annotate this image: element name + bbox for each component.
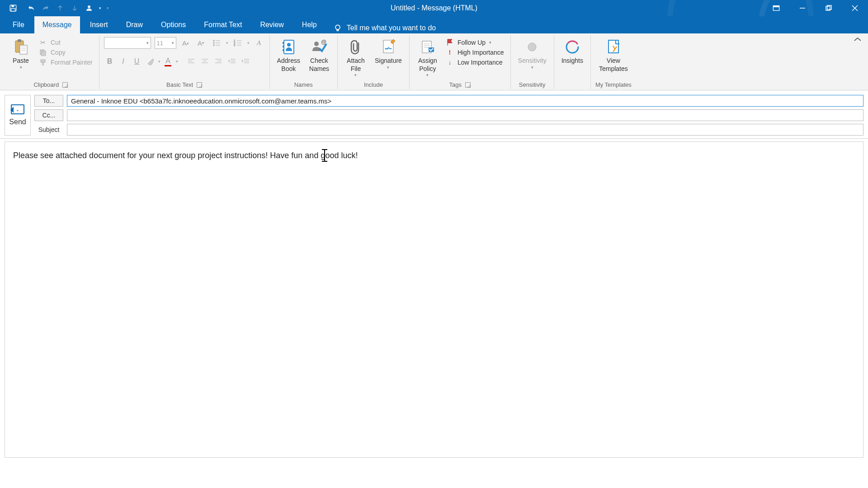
group-include: Attach File ▾ Signature ▾ Include [338,35,410,89]
svg-rect-14 [20,45,27,54]
collapse-ribbon-button[interactable] [854,37,863,43]
prev-item-button[interactable] [53,2,67,14]
lightbulb-icon [333,23,342,33]
bullets-button[interactable] [211,37,222,49]
qat-dropdown[interactable]: ▾ [97,2,103,14]
clear-formatting-button[interactable]: A [253,37,265,49]
svg-rect-51 [283,46,284,47]
insights-label: Insights [561,57,583,65]
font-color-button[interactable]: A [162,56,174,67]
group-tags-label: Tags [449,81,462,88]
svg-rect-20 [41,60,45,62]
quick-access-toolbar: ▾ ▾ [0,2,111,14]
bold-button[interactable]: B [104,56,116,67]
signature-icon [382,39,395,55]
paperclip-icon [350,39,362,55]
group-clipboard-label: Clipboard [33,81,59,88]
align-center-button[interactable] [199,56,211,67]
group-include-label: Include [364,81,383,88]
flag-icon [446,39,454,46]
group-basic-text-label: Basic Text [166,81,193,88]
signature-button[interactable]: Signature ▾ [372,37,405,72]
format-painter-icon [39,59,47,66]
grow-font-button[interactable]: A▴ [180,37,192,49]
minimize-button[interactable] [789,0,816,16]
maximize-button[interactable] [816,0,842,16]
clipboard-dialog-launcher[interactable] [62,82,68,88]
high-importance-label: High Importance [458,49,504,56]
svg-text:3: 3 [234,44,236,47]
window-controls [763,0,868,16]
tab-help[interactable]: Help [294,16,325,33]
font-size-input[interactable]: 11 ▾ [155,37,176,49]
attach-file-button[interactable]: Attach File ▾ [342,37,369,80]
insights-icon [565,39,580,55]
low-importance-icon: ↓ [446,59,454,66]
tab-draw[interactable]: Draw [118,16,151,33]
svg-point-11 [335,25,340,29]
svg-rect-19 [42,51,46,56]
subject-field[interactable] [67,124,863,136]
font-name-input[interactable]: ▾ [104,37,151,49]
address-book-button[interactable]: Address Book [274,37,303,75]
send-button[interactable]: Send [5,95,31,136]
to-field[interactable] [67,95,863,107]
tab-message[interactable]: Message [34,16,80,33]
tab-insert[interactable]: Insert [82,16,116,33]
align-left-button[interactable] [185,56,197,67]
contacts-button[interactable] [82,2,96,14]
paste-button[interactable]: Paste ▾ [7,37,34,72]
insights-button[interactable]: Insights [559,37,586,67]
shrink-font-button[interactable]: A▾ [195,37,207,49]
group-clipboard: Paste ▾ ✂ Cut Copy Form [3,35,99,89]
increase-indent-button[interactable] [240,56,251,67]
tell-me-search[interactable]: Tell me what you want to do [333,23,436,33]
svg-rect-5 [773,6,779,7]
to-button[interactable]: To... [34,95,63,107]
group-insights-label [571,81,573,88]
tab-format-text[interactable]: Format Text [196,16,250,33]
ribbon-display-button[interactable] [763,0,789,16]
svg-rect-21 [42,62,43,65]
view-templates-button[interactable]: View Templates [596,37,631,75]
signature-label: Signature [375,57,402,65]
qat-customize-button[interactable]: ▾ [104,2,111,14]
tags-dialog-launcher[interactable] [465,82,471,88]
basic-text-dialog-launcher[interactable] [197,82,202,88]
tell-me-label: Tell me what you want to do [347,24,436,32]
svg-rect-49 [284,40,294,54]
undo-button[interactable] [24,2,38,14]
font-size-value: 11 [157,40,163,47]
tab-file[interactable]: File [5,16,33,33]
high-importance-button[interactable]: ! High Importance [444,48,506,57]
highlight-button[interactable] [145,56,156,67]
tab-options[interactable]: Options [153,16,194,33]
message-body[interactable]: Please see attached document for your ne… [5,141,863,458]
redo-button[interactable] [39,2,52,14]
align-right-button[interactable] [212,56,224,67]
window-title: Untitled - Message (HTML) [391,4,477,12]
cc-field[interactable] [67,109,863,121]
low-importance-button[interactable]: ↓ Low Importance [444,58,506,67]
tab-review[interactable]: Review [252,16,292,33]
cc-button[interactable]: Cc... [34,109,63,121]
follow-up-button[interactable]: Follow Up ▾ [444,38,506,47]
assign-policy-button[interactable]: Assign Policy ▾ [414,37,441,80]
templates-icon [607,39,620,55]
next-item-button[interactable] [68,2,81,14]
cut-icon: ✂ [39,39,47,46]
underline-button[interactable]: U [131,56,143,67]
cut-button: ✂ Cut [37,38,94,47]
italic-button[interactable]: I [118,56,129,67]
titlebar: ▾ ▾ Untitled - Message (HTML) [0,0,868,16]
group-basic-text: ▾ 11 ▾ A▴ A▾ ▾ 123 ▾ A [99,35,270,89]
body-text: Please see attached document for your ne… [13,151,358,160]
numbering-button[interactable]: 123 [232,37,244,49]
close-button[interactable] [842,0,868,16]
check-names-button[interactable]: @ Check Names [306,37,333,75]
decrease-indent-button[interactable] [226,56,238,67]
copy-button: Copy [37,48,94,57]
paste-label: Paste [13,57,29,65]
save-button[interactable] [6,2,20,14]
format-painter-label: Format Painter [51,59,93,66]
